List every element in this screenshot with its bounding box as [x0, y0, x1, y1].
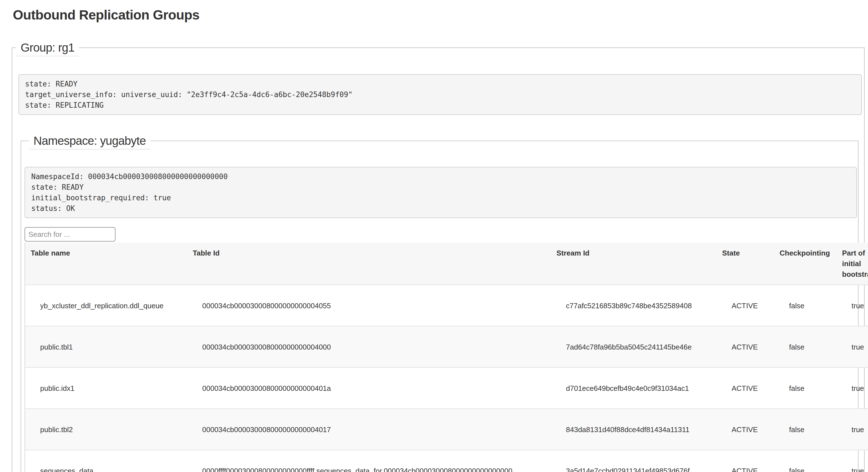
search-input[interactable] — [25, 227, 116, 242]
cell-stream-id: c77afc5216853b89c748be4352589408 — [551, 285, 717, 326]
cell-state: ACTIVE — [717, 409, 774, 450]
cell-stream-id: d701ece649bcefb49c4e0c9f31034ac1 — [551, 367, 717, 409]
page-title: Outbound Replication Groups — [13, 8, 868, 22]
group-fieldset: Group: rg1 state: READY target_universe_… — [12, 48, 865, 472]
cell-state: ACTIVE — [717, 367, 774, 409]
column-header-stream-id[interactable]: Stream Id — [551, 243, 717, 285]
table-row: yb_xcluster_ddl_replication.ddl_queue000… — [25, 285, 868, 326]
group-legend: Group: rg1 — [16, 40, 79, 56]
tables-table: Table nameTable IdStream IdStateCheckpoi… — [25, 243, 868, 472]
column-header-table-id[interactable]: Table Id — [187, 243, 551, 285]
cell-checkpointing: false — [774, 409, 836, 450]
cell-checkpointing: false — [774, 367, 836, 409]
cell-table-name: public.tbl1 — [25, 326, 187, 367]
column-header-state[interactable]: State — [717, 243, 774, 285]
cell-checkpointing: false — [774, 326, 836, 367]
page: Outbound Replication Groups Group: rg1 s… — [0, 0, 868, 472]
table-header-row: Table nameTable IdStream IdStateCheckpoi… — [25, 243, 868, 285]
cell-table-name: sequences_data — [25, 450, 187, 472]
cell-part-of-initial-bootstrap: true — [836, 367, 868, 409]
column-header-checkpointing[interactable]: Checkpointing — [774, 243, 836, 285]
cell-state: ACTIVE — [717, 326, 774, 367]
namespace-fieldset: Namespace: yugabyte NamespaceId: 000034c… — [21, 140, 859, 472]
cell-part-of-initial-bootstrap: true — [836, 285, 868, 326]
cell-table-id: 000034cb00003000800000000000401a — [187, 367, 551, 409]
cell-table-id: 000034cb000030008000000000004055 — [187, 285, 551, 326]
cell-table-name: yb_xcluster_ddl_replication.ddl_queue — [25, 285, 187, 326]
cell-table-name: public.idx1 — [25, 367, 187, 409]
cell-table-id: 000034cb000030008000000000004000 — [187, 326, 551, 367]
cell-table-id: 000034cb000030008000000000004017 — [187, 409, 551, 450]
column-header-part-of-initial-bootstrap[interactable]: Part of initial bootstrap — [836, 243, 868, 285]
cell-checkpointing: false — [774, 450, 836, 472]
table-row: public.tbl1000034cb000030008000000000004… — [25, 326, 868, 367]
cell-part-of-initial-bootstrap: true — [836, 409, 868, 450]
cell-stream-id: 3a5d14e7ccbd02911341ef49853d676f — [551, 450, 717, 472]
cell-part-of-initial-bootstrap: true — [836, 450, 868, 472]
namespace-info-code: NamespaceId: 000034cb0000300080000000000… — [25, 167, 857, 218]
column-header-table-name[interactable]: Table name — [25, 243, 187, 285]
table-row: public.idx1000034cb000030008000000000004… — [25, 367, 868, 409]
cell-table-name: public.tbl2 — [25, 409, 187, 450]
cell-state: ACTIVE — [717, 450, 774, 472]
namespace-legend: Namespace: yugabyte — [29, 133, 150, 150]
cell-table-id: 0000ffff00003000800000000000ffff.sequenc… — [187, 450, 551, 472]
cell-state: ACTIVE — [717, 285, 774, 326]
cell-stream-id: 7ad64c78fa96b5ba5045c241145be46e — [551, 326, 717, 367]
cell-checkpointing: false — [774, 285, 836, 326]
table-row: sequences_data0000ffff000030008000000000… — [25, 450, 868, 472]
table-body: yb_xcluster_ddl_replication.ddl_queue000… — [25, 285, 868, 472]
table-row: public.tbl2000034cb000030008000000000004… — [25, 409, 868, 450]
cell-part-of-initial-bootstrap: true — [836, 326, 868, 367]
group-info-code: state: READY target_universe_info: unive… — [19, 74, 862, 115]
cell-stream-id: 843da8131d40f88dce4df81434a11311 — [551, 409, 717, 450]
table-header: Table nameTable IdStream IdStateCheckpoi… — [25, 243, 868, 285]
